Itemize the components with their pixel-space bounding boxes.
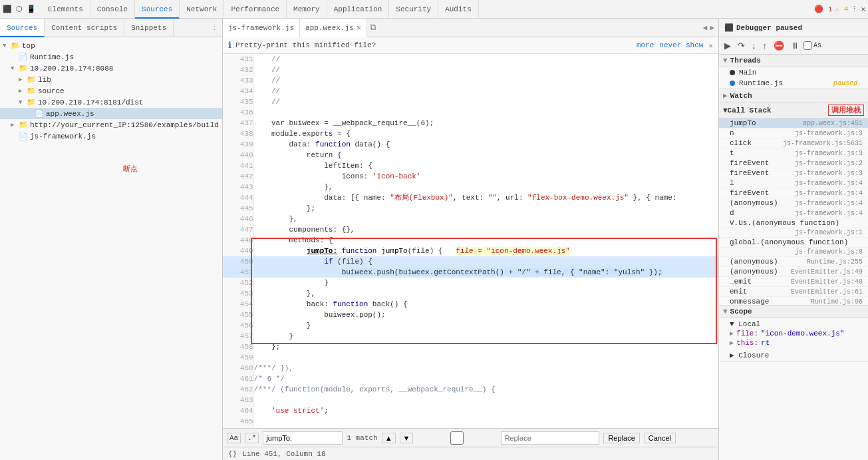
call-stack-item[interactable]: global.(anonymous function) [719, 238, 868, 248]
tree-item[interactable]: 📄app.weex.js [0, 108, 222, 119]
replace-button[interactable]: Replace [603, 433, 639, 443]
replace-input[interactable] [501, 431, 599, 445]
call-stack-item[interactable]: fireEventjs-framework.js:3 [719, 168, 868, 178]
top-nav-tab-memory[interactable]: Memory [287, 0, 327, 19]
table-row[interactable]: 431 // [223, 54, 718, 65]
resume-button[interactable]: ▶ [722, 39, 734, 52]
line-code[interactable]: } [253, 278, 718, 288]
async-checkbox[interactable] [803, 41, 812, 50]
more-icon[interactable]: ⋮ [851, 5, 858, 13]
line-code[interactable]: buiweex.push(buiweex.getContextPath() + … [253, 267, 718, 278]
left-tab-sources[interactable]: Sources [0, 19, 45, 37]
line-code[interactable]: 'use strict'; [253, 405, 718, 416]
line-code[interactable] [253, 395, 718, 405]
line-code[interactable]: }; [253, 203, 718, 214]
table-row[interactable]: 438 module.exports = { [223, 128, 718, 139]
call-stack-item[interactable]: onmessageRuntime.js:96 [719, 297, 868, 305]
line-code[interactable]: }, [253, 214, 718, 224]
tree-item[interactable]: ▶📁source [0, 85, 222, 97]
table-row[interactable]: 461/* 6 */ [223, 373, 718, 384]
line-code[interactable]: }, [253, 288, 718, 299]
split-editor-icon[interactable]: ⧉ [370, 23, 376, 33]
call-stack-item[interactable]: tjs-framework.js:3 [719, 148, 868, 158]
line-code[interactable] [253, 416, 718, 427]
line-code[interactable]: // [253, 65, 718, 75]
table-row[interactable]: 441 leftItem: { [223, 160, 718, 171]
center-tab-app-weex-js[interactable]: app.weex.js✕ [300, 19, 367, 37]
table-row[interactable]: 444 data: [{ name: "布局(Flexbox)", text: … [223, 192, 718, 203]
call-stack-item[interactable]: V.Us.(anonymous function) [719, 218, 868, 228]
left-tab-snippets[interactable]: Snippets [124, 19, 174, 37]
line-code[interactable]: return { [253, 150, 718, 160]
search-next-button[interactable]: ▼ [400, 433, 414, 443]
call-stack-item[interactable]: (anonymous)EventEmitter.js:49 [719, 267, 868, 277]
call-stack-item[interactable]: fireEventjs-framework.js:4 [719, 188, 868, 198]
threads-header[interactable]: ▼ Threads [719, 55, 868, 67]
tab-prev[interactable]: ◀ [703, 23, 708, 32]
table-row[interactable]: 446 }, [223, 214, 718, 224]
table-row[interactable]: 465 [223, 416, 718, 427]
regex-toggle[interactable]: .* [245, 433, 259, 443]
line-code[interactable]: data: function data() { [253, 139, 718, 150]
case-sensitive-toggle[interactable]: Aa [227, 433, 241, 443]
table-row[interactable]: 447 components: {}, [223, 224, 718, 235]
step-out-button[interactable]: ↑ [760, 39, 770, 52]
center-tab-js-framework-js[interactable]: js-framework.js [223, 19, 300, 37]
line-code[interactable] [253, 107, 718, 118]
table-row[interactable]: 439 data: function data() { [223, 139, 718, 150]
scope-local-item[interactable]: ▶file: "icon-demo.weex.js" [730, 329, 857, 338]
table-row[interactable]: 462/***/ (function(module, exports, __we… [223, 384, 718, 395]
scope-header[interactable]: ▼ Scope [719, 306, 868, 318]
top-nav-tab-performance[interactable]: Performance [224, 0, 287, 19]
line-code[interactable]: /***/ }), [253, 363, 718, 373]
line-code[interactable]: jumpTo: function jumpTo(file) { file = "… [253, 246, 718, 256]
inspect-icon[interactable]: ⬡ [16, 5, 23, 13]
call-stack-item[interactable]: js-framework.js:8 [719, 248, 868, 257]
call-stack-item[interactable]: njs-framework.js:3 [719, 128, 868, 138]
watch-header[interactable]: ▶ Watch [719, 89, 868, 103]
line-code[interactable]: }, [253, 182, 718, 192]
line-code[interactable]: components: {}, [253, 224, 718, 235]
search-prev-button[interactable]: ▲ [382, 433, 396, 443]
left-panel-more-button[interactable]: ⋮ [207, 23, 222, 32]
table-row[interactable]: 448 methods: { [223, 235, 718, 246]
table-row[interactable]: 436 [223, 107, 718, 118]
line-code[interactable]: // [253, 75, 718, 86]
step-over-button[interactable]: ↷ [735, 39, 748, 52]
tree-item[interactable]: ▼📁10.200.210.174:8181/dist [0, 97, 222, 108]
top-nav-tab-audits[interactable]: Audits [438, 0, 479, 19]
line-code[interactable]: /** [253, 427, 718, 428]
tree-item[interactable]: ▶📁lib [0, 74, 222, 85]
line-code[interactable]: }; [253, 342, 718, 352]
thread-item[interactable]: Main [719, 67, 868, 78]
tree-item[interactable]: ▼📁10.200.210.174:8088 [0, 63, 222, 74]
deactivate-breakpoints-button[interactable]: ⛔ [771, 39, 787, 52]
prettyprint-more[interactable]: more [637, 41, 654, 49]
table-row[interactable]: 456 } [223, 320, 718, 331]
line-code[interactable]: // [253, 97, 718, 107]
line-code[interactable]: // [253, 54, 718, 65]
cancel-button[interactable]: Cancel [644, 433, 676, 443]
table-row[interactable]: 440 return { [223, 150, 718, 160]
thread-item[interactable]: Runtime.jspaused [719, 78, 868, 89]
table-row[interactable]: 458 }; [223, 342, 718, 352]
table-row[interactable]: 433 // [223, 75, 718, 86]
line-code[interactable]: back: function back() { [253, 299, 718, 310]
call-stack-item[interactable]: djs-framework.js:4 [719, 208, 868, 218]
call-stack-item[interactable]: fireEventjs-framework.js:2 [719, 158, 868, 168]
code-editor[interactable]: 431 //432 //433 //434 //435 //436437 var… [223, 54, 718, 428]
top-nav-tab-console[interactable]: Console [90, 0, 135, 19]
call-stack-item[interactable]: emitEventEmitter.js:61 [719, 287, 868, 297]
line-code[interactable]: if (file) { [253, 256, 718, 267]
top-nav-tab-sources[interactable]: Sources [135, 0, 180, 19]
table-row[interactable]: 437 var buiweex = __webpack_require__(6)… [223, 118, 718, 128]
line-code[interactable]: } [253, 320, 718, 331]
line-code[interactable] [253, 352, 718, 363]
call-stack-item[interactable]: (anonymous)js-framework.js:4 [719, 198, 868, 208]
table-row[interactable]: 449 jumpTo: function jumpTo(file) { file… [223, 246, 718, 256]
line-code[interactable]: // [253, 86, 718, 97]
call-stack-item[interactable]: jumpToapp.weex.js:451 [719, 118, 868, 128]
device-icon[interactable]: 📱 [27, 5, 36, 13]
call-stack-item[interactable]: ljs-framework.js:4 [719, 178, 868, 188]
call-stack-header[interactable]: ▼ Call Stack 调用堆栈 [719, 103, 868, 118]
